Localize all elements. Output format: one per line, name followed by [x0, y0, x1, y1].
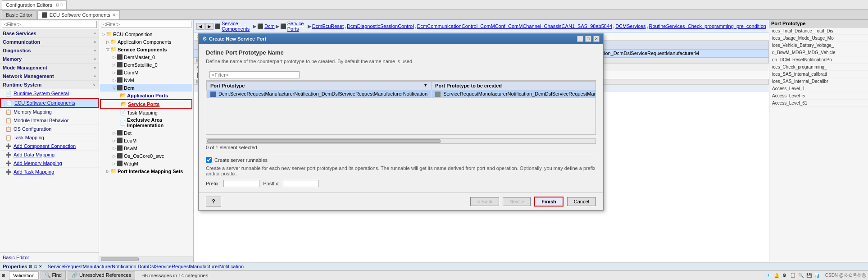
dialog-close-button[interactable]: ✕: [593, 36, 600, 42]
sidebar-item-network-management[interactable]: Network Management »: [0, 72, 99, 81]
sidebar-item-add-data-mapping[interactable]: ➕ Add Data Mapping: [0, 151, 99, 159]
expand-icon-ecum[interactable]: ▷: [113, 138, 116, 143]
clipboard-icon[interactable]: 📋: [789, 272, 796, 279]
tree-item-app-components[interactable]: ▷ 📁 Application Components: [100, 38, 192, 46]
email-icon[interactable]: 📧: [765, 272, 772, 279]
expand-icon-nvm[interactable]: ▷: [113, 78, 116, 83]
prefix-input[interactable]: [223, 180, 259, 187]
tab-ecu-software-components[interactable]: ⬛ ECU Software Components ✕: [37, 10, 120, 19]
tree-item-dcm[interactable]: ▽ ⬛ Dcm: [100, 84, 192, 92]
dialog-hscroll[interactable]: [206, 138, 596, 144]
save-icon[interactable]: 💾: [805, 272, 813, 279]
right-panel: Port Prototype ices_Total_Distance_Total…: [769, 20, 868, 262]
dialog-hscroll-thumb[interactable]: [207, 139, 441, 143]
expand-icon-wdgm[interactable]: ▷: [113, 161, 116, 166]
sidebar-item-add-component-connection[interactable]: ➕ Add Component Connection: [0, 142, 99, 151]
sidebar-item-runtime-system[interactable]: Runtime System ∨: [0, 81, 99, 89]
ecu-tab-close[interactable]: ✕: [112, 13, 116, 17]
tree-item-port-interface-mapping[interactable]: ▷ 📁 Port Interface Mapping Sets: [100, 167, 192, 175]
sidebar-item-runtime-system-general[interactable]: 📄 Runtime System General: [0, 89, 99, 98]
expand-icon-dem[interactable]: ▷: [113, 55, 116, 60]
sidebar-item-ecu-software-components[interactable]: 📄 ECU Software Components: [0, 98, 99, 108]
sidebar-item-add-task-mapping[interactable]: ➕ Add Task Mapping: [0, 168, 99, 176]
bottom-toggle-icon[interactable]: ⊞: [2, 273, 5, 278]
tree-item-app-ports[interactable]: 📂 Application Ports: [100, 92, 192, 99]
right-panel-item-4: on_DCM_ResetNotificationPo: [769, 56, 868, 64]
back-button[interactable]: < Back: [470, 197, 499, 206]
expand-icon-comm-t[interactable]: ▷: [113, 70, 116, 75]
expand-icon-det[interactable]: ▷: [113, 131, 116, 135]
bell-icon[interactable]: 🔔: [773, 272, 780, 279]
sidebar-item-communication[interactable]: Communication »: [0, 38, 99, 46]
properties-icon-1[interactable]: ⊟: [29, 264, 32, 269]
sidebar-item-diagnostics[interactable]: Diagnostics »: [0, 46, 99, 55]
tree-item-task-mapping-t[interactable]: 📄 Task Mapping: [100, 109, 192, 116]
expand-icon-svc[interactable]: ▽: [106, 47, 109, 52]
tab-validation[interactable]: Validation: [9, 271, 39, 280]
main-layout: Base Services » Communication » Diagnost…: [0, 20, 868, 262]
tree-item-demsatellite[interactable]: ▷ ⬛ DemSatellite_0: [100, 61, 192, 69]
expand-icon-app[interactable]: ▷: [106, 40, 109, 44]
dialog-col-port-prototype[interactable]: Port Prototype ▼: [207, 82, 432, 90]
expand-icon-ecu[interactable]: ▷: [102, 32, 105, 37]
tree-item-det[interactable]: ▷ ⬛ Det: [100, 129, 192, 137]
search-icon-bottom[interactable]: 🔍: [797, 272, 804, 279]
maximize-icon[interactable]: □: [60, 3, 63, 7]
properties-icon-2[interactable]: □: [34, 264, 36, 269]
next-button[interactable]: Next >: [503, 197, 531, 206]
expand-icon-os[interactable]: ▷: [113, 154, 116, 158]
tree-item-service-components[interactable]: ▽ 📁 Service Components: [100, 46, 192, 53]
expand-icon-dcm[interactable]: ▽: [113, 86, 116, 90]
tree-content: ▷ 📁 ECU Composition ▷ 📁 Application Comp…: [99, 29, 193, 257]
tab-unresolved-references[interactable]: 🔗 Unresolved References: [68, 271, 135, 280]
tab-basic-editor[interactable]: Basic Editor: [2, 10, 36, 19]
finish-button[interactable]: Finish: [534, 197, 563, 207]
tree-item-exclusive-area[interactable]: 📄 Exclusive Area Implementation: [100, 116, 192, 129]
tab-find[interactable]: 🔍 Find: [41, 271, 66, 280]
properties-icon-3[interactable]: ✕: [39, 264, 42, 269]
tree-item-os-core[interactable]: ▷ ⬛ Os_OsCore0_swc: [100, 152, 192, 160]
expand-icon-pim[interactable]: ▷: [106, 169, 109, 174]
cancel-button[interactable]: Cancel: [567, 197, 596, 206]
expand-icon-dems[interactable]: ▷: [113, 63, 116, 67]
minimize-icon[interactable]: ⊟: [56, 3, 59, 7]
sidebar-item-os-configuration[interactable]: 📋 OS Configuration: [0, 125, 99, 133]
sidebar-item-memory-mapping[interactable]: 📋 Memory Mapping: [0, 108, 99, 116]
expand-icon-bswm[interactable]: ▷: [113, 146, 116, 151]
postfix-input[interactable]: [283, 180, 319, 187]
right-panel-header: Port Prototype: [769, 20, 868, 28]
tree-item-wdgm[interactable]: ▷ ⬛ WdgM: [100, 160, 192, 167]
dialog-maximize-button[interactable]: □: [585, 36, 591, 42]
svc-comp-label: Service Components: [118, 47, 167, 52]
diagnostics-label: Diagnostics: [3, 48, 94, 53]
help-button[interactable]: ?: [206, 197, 221, 207]
tree-item-nvm[interactable]: ▷ ⬛ NvM: [100, 76, 192, 84]
dialog-filter-input[interactable]: [209, 71, 300, 78]
tree-item-service-ports[interactable]: 📂 Service Ports: [100, 99, 192, 109]
excl-area-label: Exclusive Area Implementation: [127, 117, 191, 128]
sidebar-filter-input[interactable]: [2, 21, 97, 28]
tab-configuration-editors[interactable]: Configuration Editors ⊟ □: [2, 0, 67, 9]
sidebar-item-memory[interactable]: Memory »: [0, 55, 99, 64]
tree-scrollbar[interactable]: [99, 257, 193, 262]
tree-item-demmaster[interactable]: ▷ ⬛ DemMaster_0: [100, 53, 192, 61]
dialog-col-port-to-create[interactable]: Port Prototype to be created: [432, 82, 596, 90]
dialog-row-icon2: [435, 92, 441, 97]
sidebar-item-module-internal-behavior[interactable]: 📋 Module Internal Behavior: [0, 116, 99, 125]
dialog-table-row[interactable]: Dcm.ServiceRequestManufacturerNotificati…: [207, 90, 596, 98]
tree-filter-input[interactable]: [101, 21, 191, 28]
tree-item-comm[interactable]: ▷ ⬛ ComM: [100, 69, 192, 76]
sidebar-item-task-mapping[interactable]: 📋 Task Mapping: [0, 133, 99, 142]
sidebar-item-add-memory-mapping[interactable]: ➕ Add Memory Mapping: [0, 159, 99, 168]
gear-icon[interactable]: ⚙: [781, 272, 788, 279]
basic-editor-link[interactable]: Basic Editor: [3, 255, 29, 260]
create-server-runnables-checkbox[interactable]: [206, 157, 212, 163]
tree-item-ecum[interactable]: ▷ ⬛ EcuM: [100, 137, 192, 144]
tree-item-bswm[interactable]: ▷ ⬛ BswM: [100, 144, 192, 152]
sidebar-item-base-services[interactable]: Base Services »: [0, 29, 99, 38]
tree-item-ecu-composition[interactable]: ▷ 📁 ECU Composition: [100, 30, 192, 38]
tree-scrollbar-thumb[interactable]: [101, 257, 139, 261]
dialog-minimize-button[interactable]: —: [577, 36, 583, 42]
chart-icon[interactable]: 📊: [813, 272, 821, 279]
sidebar-item-mode-management[interactable]: Mode Management »: [0, 64, 99, 72]
